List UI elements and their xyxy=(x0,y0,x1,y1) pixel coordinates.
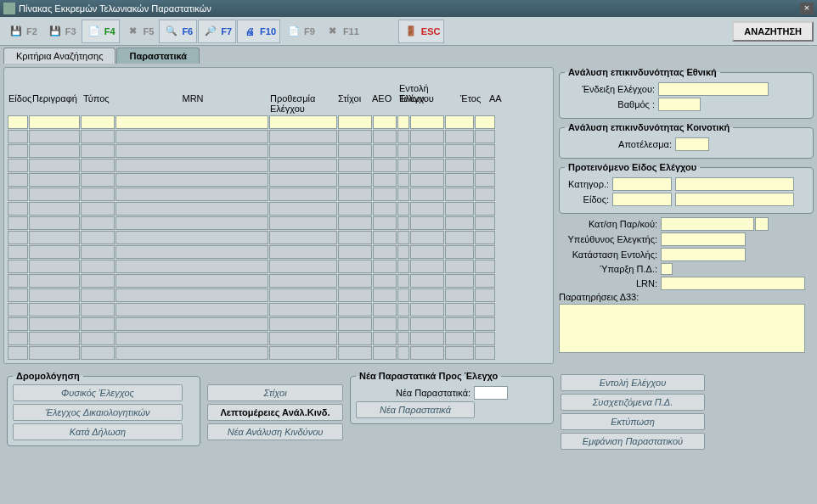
table-cell[interactable] xyxy=(269,346,337,360)
table-cell[interactable] xyxy=(475,130,495,143)
table-cell[interactable] xyxy=(8,188,28,201)
table-cell[interactable] xyxy=(338,317,372,331)
table-cell[interactable] xyxy=(410,346,444,360)
table-cell[interactable] xyxy=(81,144,115,158)
check-order-button[interactable]: Εντολή Ελέγχου xyxy=(561,374,705,391)
table-cell[interactable] xyxy=(116,288,268,302)
table-cell[interactable] xyxy=(338,202,372,216)
f2-button[interactable]: 💾F2 xyxy=(3,20,42,43)
table-row[interactable] xyxy=(6,288,551,302)
table-cell[interactable] xyxy=(81,245,115,259)
table-cell[interactable] xyxy=(29,159,80,172)
new-docs-input[interactable] xyxy=(474,386,508,400)
table-cell[interactable] xyxy=(8,245,28,259)
table-row[interactable] xyxy=(6,130,551,143)
table-cell[interactable] xyxy=(410,245,444,259)
esc-button[interactable]: 🚪ESC xyxy=(398,20,445,43)
table-cell[interactable] xyxy=(269,288,337,302)
table-cell[interactable] xyxy=(338,216,372,230)
table-cell[interactable] xyxy=(116,173,268,187)
table-cell[interactable] xyxy=(410,317,444,331)
table-cell[interactable] xyxy=(445,173,474,187)
table-row[interactable] xyxy=(6,245,551,259)
table-cell[interactable] xyxy=(8,115,28,129)
table-cell[interactable] xyxy=(475,260,495,273)
table-cell[interactable] xyxy=(445,231,474,244)
table-cell[interactable] xyxy=(269,173,337,187)
table-cell[interactable] xyxy=(116,130,268,143)
table-cell[interactable] xyxy=(116,231,268,244)
table-cell[interactable] xyxy=(410,216,444,230)
table-cell[interactable] xyxy=(81,216,115,230)
table-cell[interactable] xyxy=(81,274,115,288)
table-cell[interactable] xyxy=(29,346,80,360)
table-cell[interactable] xyxy=(269,159,337,172)
katast-input[interactable] xyxy=(661,248,746,261)
table-cell[interactable] xyxy=(397,231,409,244)
table-cell[interactable] xyxy=(269,202,337,216)
table-cell[interactable] xyxy=(410,260,444,273)
print-button[interactable]: Εκτύπωση xyxy=(561,413,705,430)
f7-button[interactable]: 🔎F7 xyxy=(198,20,236,43)
table-cell[interactable] xyxy=(397,245,409,259)
table-row[interactable] xyxy=(6,303,551,316)
kind-input[interactable] xyxy=(612,193,672,206)
table-cell[interactable] xyxy=(8,144,28,158)
table-cell[interactable] xyxy=(269,144,337,158)
ypeuth-input[interactable] xyxy=(661,232,746,246)
table-cell[interactable] xyxy=(338,188,372,201)
table-cell[interactable] xyxy=(29,188,80,201)
table-cell[interactable] xyxy=(116,202,268,216)
table-cell[interactable] xyxy=(29,216,80,230)
table-cell[interactable] xyxy=(338,159,372,172)
table-cell[interactable] xyxy=(29,288,80,302)
table-cell[interactable] xyxy=(8,202,28,216)
table-cell[interactable] xyxy=(475,144,495,158)
table-cell[interactable] xyxy=(410,274,444,288)
table-cell[interactable] xyxy=(269,245,337,259)
table-cell[interactable] xyxy=(8,317,28,331)
table-cell[interactable] xyxy=(475,317,495,331)
table-cell[interactable] xyxy=(8,231,28,244)
table-cell[interactable] xyxy=(445,317,474,331)
katsi-input[interactable] xyxy=(661,217,754,231)
table-cell[interactable] xyxy=(29,274,80,288)
table-cell[interactable] xyxy=(338,332,372,345)
close-icon[interactable]: × xyxy=(800,3,814,14)
f9-button[interactable]: 📄F9 xyxy=(281,20,319,43)
table-cell[interactable] xyxy=(116,274,268,288)
table-cell[interactable] xyxy=(8,159,28,172)
table-cell[interactable] xyxy=(373,317,397,331)
table-cell[interactable] xyxy=(269,216,337,230)
result-input[interactable] xyxy=(675,137,709,151)
katsi-lookup[interactable] xyxy=(755,217,769,231)
table-cell[interactable] xyxy=(81,188,115,201)
table-cell[interactable] xyxy=(116,260,268,273)
table-cell[interactable] xyxy=(445,303,474,316)
grade-input[interactable] xyxy=(658,98,701,111)
table-cell[interactable] xyxy=(373,115,397,129)
table-cell[interactable] xyxy=(397,173,409,187)
table-cell[interactable] xyxy=(29,130,80,143)
table-cell[interactable] xyxy=(338,346,372,360)
table-cell[interactable] xyxy=(116,245,268,259)
table-cell[interactable] xyxy=(397,115,409,129)
grid-body[interactable] xyxy=(6,115,551,361)
table-cell[interactable] xyxy=(373,346,397,360)
table-cell[interactable] xyxy=(116,317,268,331)
table-row[interactable] xyxy=(6,159,551,172)
table-cell[interactable] xyxy=(373,274,397,288)
table-cell[interactable] xyxy=(397,303,409,316)
table-cell[interactable] xyxy=(8,216,28,230)
table-cell[interactable] xyxy=(269,317,337,331)
table-cell[interactable] xyxy=(373,231,397,244)
category-desc-input[interactable] xyxy=(675,177,794,191)
table-cell[interactable] xyxy=(269,274,337,288)
table-cell[interactable] xyxy=(410,332,444,345)
table-cell[interactable] xyxy=(338,231,372,244)
table-cell[interactable] xyxy=(397,130,409,143)
table-cell[interactable] xyxy=(373,144,397,158)
tab-criteria[interactable]: Κριτήρια Αναζήτησης xyxy=(3,48,116,64)
table-cell[interactable] xyxy=(29,144,80,158)
table-row[interactable] xyxy=(6,231,551,244)
